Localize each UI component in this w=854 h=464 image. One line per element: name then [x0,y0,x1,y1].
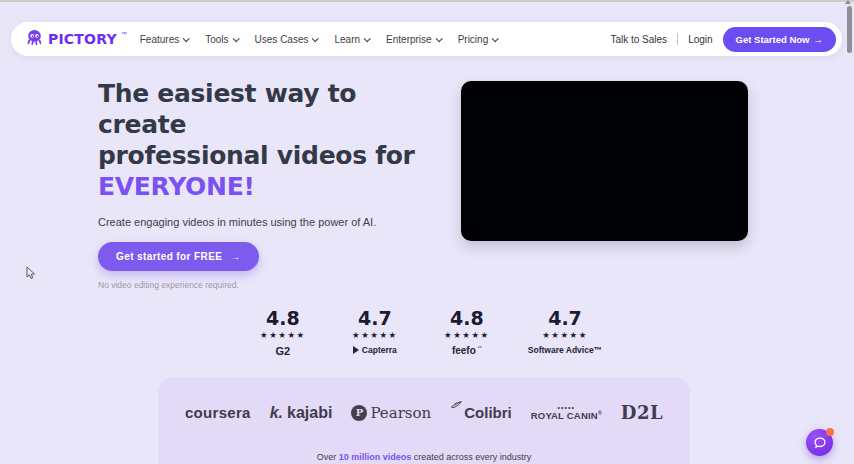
hero-subtitle: Create engaging videos in minutes using … [98,216,443,228]
scrollbar-thumb[interactable] [847,6,852,53]
login-link[interactable]: Login [688,34,712,45]
nav-item-label: Tools [205,34,228,45]
hero-heading-accent: EVERYONE! [98,171,443,202]
rating-capterra: 4.7 ★★★★★ Capterra [344,307,406,357]
brand-name: PICTORY [48,31,117,47]
royal-canin-logo-text: ROYAL CANIN [531,410,598,421]
rating-stars: ★★★★★ [252,330,314,340]
chevron-down-icon [232,35,239,42]
scrollbar-track[interactable] [846,0,853,464]
coursera-logo-text: coursera [185,404,251,421]
nav-item-label: Uses Cases [255,34,309,45]
page: PICTORY ™ Features Tools Uses Cases Lear… [0,0,854,464]
get-started-now-label: Get Started Now [736,34,810,45]
chevron-down-icon [492,35,499,42]
chevron-down-icon [364,35,371,42]
chevron-down-icon [435,35,442,42]
hero-heading-line2: professional videos for [98,140,443,171]
nav-divider [677,33,678,45]
customer-logos-row: coursera k. kajabi P Pearson Colibri [158,402,690,423]
chat-notification-badge [826,428,834,436]
nav-item-label: Pricing [458,34,489,45]
brand-trademark: ™ [121,31,127,37]
nav-item-features[interactable]: Features [140,34,188,45]
pearson-logo-text: Pearson [370,404,431,422]
nav-item-pricing[interactable]: Pricing [458,34,498,45]
rating-score: 4.7 [528,307,602,329]
videos-created-caption: Over 10 million videos created across ev… [158,452,690,462]
main-menu: Features Tools Uses Cases Learn Enterpri… [140,34,497,45]
rating-score: 4.8 [252,307,314,329]
rating-stars: ★★★★★ [528,330,602,340]
get-started-free-button[interactable]: Get started for FREE → [98,242,259,271]
chat-widget-button[interactable] [806,429,833,456]
get-started-free-label: Get started for FREE [116,251,222,262]
scrollbar-up-arrow-icon[interactable] [845,0,851,4]
software-advice-logo: Software Advice™ [528,345,602,355]
pictory-logo[interactable]: PICTORY ™ [25,28,127,51]
registered-mark: ® [598,410,602,416]
colibri-bird-icon [450,399,463,416]
nav-item-label: Features [140,34,179,45]
feefo-logo: feefo [452,345,476,356]
talk-to-sales-link[interactable]: Talk to Sales [610,34,667,45]
arrow-right-icon: → [230,251,240,262]
rating-score: 4.7 [344,307,406,329]
colibri-logo-text: Colibri [464,404,512,421]
capterra-logo: Capterra [362,345,397,355]
nav-item-uses-cases[interactable]: Uses Cases [255,34,318,45]
octopus-logo-icon [25,28,44,51]
navbar-right: Talk to Sales Login Get Started Now → [610,27,836,52]
kajabi-logo: k. kajabi [270,404,333,422]
g2-logo: G2 [275,345,290,357]
royal-canin-logo: ••••• ROYAL CANIN® [531,405,602,421]
nav-item-label: Enterprise [386,34,432,45]
mouse-cursor [26,266,37,284]
ratings-row: 4.8 ★★★★★ G2 4.7 ★★★★★ Capterra 4.8 ★★★★… [0,307,854,357]
nav-item-tools[interactable]: Tools [205,34,237,45]
chevron-down-icon [183,35,190,42]
feefo-mark: °° [478,345,482,351]
nav-item-label: Learn [334,34,360,45]
hero-note: No video editing experience required. [98,280,443,290]
d2l-logo-text: D2L [621,402,663,423]
rating-stars: ★★★★★ [436,330,498,340]
arrow-right-icon: → [814,34,824,45]
kajabi-logo-text: kajabi [287,404,332,422]
caption-prefix: Over [317,452,339,462]
chat-bubble-icon [813,436,827,450]
get-started-now-button[interactable]: Get Started Now → [723,27,836,52]
capterra-flag-icon [353,346,359,354]
hero-heading: The easiest way to create professional v… [98,78,443,202]
nav-item-enterprise[interactable]: Enterprise [386,34,441,45]
nav-item-learn[interactable]: Learn [334,34,369,45]
rating-software-advice: 4.7 ★★★★★ Software Advice™ [528,307,602,357]
hero-heading-line1: The easiest way to create [98,78,443,140]
d2l-logo: D2L [621,402,663,423]
rating-stars: ★★★★★ [344,330,406,340]
window-top-border [0,0,854,2]
navbar: PICTORY ™ Features Tools Uses Cases Lear… [11,22,842,56]
chevron-down-icon [312,35,319,42]
rating-feefo: 4.8 ★★★★★ feefo °° [436,307,498,357]
hero-video-player[interactable] [461,81,748,241]
rating-g2: 4.8 ★★★★★ G2 [252,307,314,357]
caption-highlight-link[interactable]: 10 million videos [339,452,412,462]
caption-suffix: created across every industry [411,452,531,462]
pearson-logo: P Pearson [351,404,431,422]
kajabi-k-icon: k. [270,404,283,422]
hero-section: The easiest way to create professional v… [98,78,443,290]
coursera-logo: coursera [185,404,251,421]
rating-score: 4.8 [436,307,498,329]
colibri-logo: Colibri [450,404,512,421]
pearson-circle-icon: P [351,405,367,421]
